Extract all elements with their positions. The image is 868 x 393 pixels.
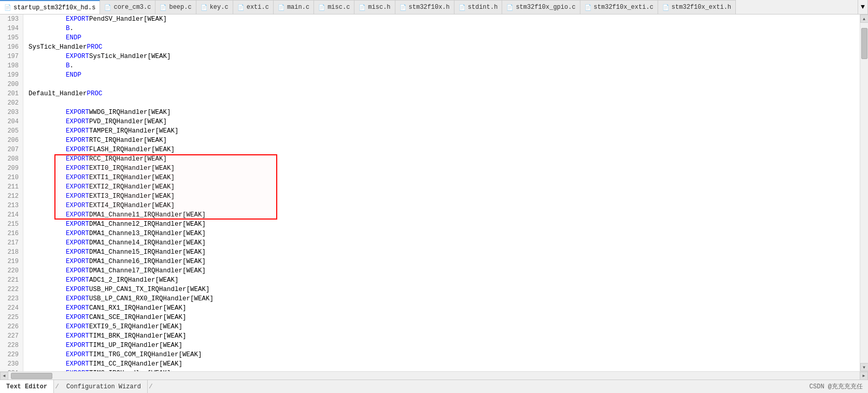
code-keyword: B	[66, 24, 70, 33]
code-label: SysTick_Handler	[29, 42, 87, 52]
table-row: EXPORT PVD_IRQHandler [WEAK]	[29, 117, 860, 126]
table-row: EXPORT EXTI2_IRQHandler [WEAK]	[29, 182, 860, 192]
table-row: EXPORT USB_HP_CAN1_TX_IRQHandler [WEAK]	[29, 285, 860, 294]
bottom-tab-text-editor-label: Text Editor	[6, 383, 47, 390]
code-keyword: ENDP	[66, 33, 81, 42]
horizontal-scrollbar[interactable]: ◀ ▶	[0, 371, 868, 380]
tab-stm32f10x_gpio_c[interactable]: 📄 stm32f10x_gpio.c	[502, 0, 580, 14]
file-icon: 📄	[585, 4, 592, 11]
scroll-up-arrow[interactable]: ▲	[860, 14, 869, 23]
code-tag: [WEAK]	[163, 313, 187, 322]
table-row: EXPORT FLASH_IRQHandler [WEAK]	[29, 145, 860, 154]
line-number: 229	[0, 350, 23, 359]
table-row	[29, 98, 860, 108]
table-row	[29, 80, 860, 89]
tab-label: stm32f10x_exti.c	[594, 4, 653, 11]
code-tag: [WEAK]	[159, 341, 182, 350]
code-keyword: EXPORT	[66, 313, 89, 322]
line-number: 217	[0, 238, 23, 248]
code-name: WWDG_IRQHandler	[89, 108, 148, 117]
code-proc: PROC	[87, 89, 103, 98]
line-number: 228	[0, 341, 23, 350]
table-row: EXPORT RCC_IRQHandler [WEAK]	[29, 154, 860, 164]
code-tag: [WEAK]	[151, 164, 175, 173]
line-number: 219	[0, 257, 23, 266]
line-number: 205	[0, 126, 23, 136]
code-tag: [WEAK]	[182, 257, 206, 266]
scroll-bottom-track[interactable]	[8, 372, 860, 380]
code-keyword: EXPORT	[66, 248, 89, 257]
scroll-down-arrow[interactable]: ▼	[860, 363, 869, 371]
scroll-left-arrow[interactable]: ◀	[0, 372, 8, 380]
code-name: SysTick_Handler	[89, 52, 148, 61]
table-row: EXPORT DMA1_Channel6_IRQHandler [WEAK]	[29, 257, 860, 266]
bottom-tab-bar: Text Editor / Configuration Wizard / CSD…	[0, 380, 868, 393]
file-icon: 📄	[506, 4, 514, 11]
code-tag: [WEAK]	[159, 359, 182, 369]
table-row: EXPORT WWDG_IRQHandler [WEAK]	[29, 108, 860, 117]
code-name: EXTI1_IRQHandler	[89, 173, 151, 182]
code-keyword: EXPORT	[66, 266, 89, 275]
line-number: 218	[0, 248, 23, 257]
table-row: ENDP	[29, 70, 860, 80]
tab-beep_c[interactable]: 📄 beep.c	[155, 0, 196, 14]
scroll-track[interactable]	[860, 23, 868, 363]
tab-stm32f10x_exti_c[interactable]: 📄 stm32f10x_exti.c	[580, 0, 658, 14]
tab-stm32f10x_h[interactable]: 📄 stm32f10x.h	[395, 0, 454, 14]
code-name: .	[70, 61, 74, 70]
line-number: 216	[0, 229, 23, 238]
tab-core_cm3_c[interactable]: 📄 core_cm3.c	[100, 0, 155, 14]
tab-stdint_h[interactable]: 📄 stdint.h	[454, 0, 503, 14]
line-number: 225	[0, 313, 23, 322]
bottom-tab-text-editor[interactable]: Text Editor	[0, 380, 54, 393]
code-tag: [WEAK]	[182, 229, 206, 238]
file-icon: 📄	[237, 4, 245, 11]
scroll-thumb[interactable]	[861, 28, 867, 59]
tab-label: stm32f10x_gpio.c	[516, 4, 575, 11]
line-number: 196	[0, 42, 23, 52]
tab-misc_h[interactable]: 📄 misc.h	[354, 0, 395, 14]
code-name: TAMPER_IRQHandler	[89, 126, 155, 136]
code-name: TIM2_IRQHandler	[89, 369, 148, 371]
code-keyword: EXPORT	[66, 210, 89, 220]
scroll-right-arrow[interactable]: ▶	[860, 372, 868, 380]
tab-stm32f10x_exti_h[interactable]: 📄 stm32f10x_exti.h	[658, 0, 736, 14]
scroll-bottom-thumb[interactable]	[11, 373, 52, 379]
vertical-scrollbar[interactable]: ▲ ▼	[860, 14, 868, 371]
tab-startup_stm32f10x_hd_s[interactable]: 📄 startup_stm32f10x_hd.s	[0, 0, 100, 14]
bottom-tab-configuration-wizard[interactable]: Configuration Wizard	[60, 380, 148, 393]
file-icon: 📄	[278, 4, 285, 11]
file-icon: 📄	[104, 4, 111, 11]
tab-label: misc.h	[368, 4, 390, 11]
line-number: 227	[0, 331, 23, 341]
code-label: Default_Handler	[29, 89, 87, 98]
code-tag: [WEAK]	[148, 369, 171, 371]
line-number: 224	[0, 303, 23, 313]
code-name: PendSV_Handler	[89, 14, 144, 24]
tab-misc_c[interactable]: 📄 misc.c	[314, 0, 354, 14]
tab-main_c[interactable]: 📄 main.c	[274, 0, 314, 14]
file-icon: 📄	[4, 4, 11, 11]
code-tag: [WEAK]	[179, 350, 202, 359]
tab-label: misc.c	[328, 4, 350, 11]
table-row: EXPORT TAMPER_IRQHandler [WEAK]	[29, 126, 860, 136]
table-row: EXPORT TIM1_UP_IRQHandler [WEAK]	[29, 341, 860, 350]
code-tag: [WEAK]	[144, 14, 167, 24]
table-row: ENDP	[29, 33, 860, 42]
code-keyword: EXPORT	[66, 14, 89, 24]
code-name: TIM1_BRK_IRQHandler	[89, 331, 163, 341]
table-row: EXPORT EXTI9_5_IRQHandler [WEAK]	[29, 322, 860, 331]
tab-overflow-button[interactable]: ▼	[858, 0, 868, 14]
code-content[interactable]: EXPORT PendSV_Handler [WEAK]B .ENDPSysTi…	[23, 14, 860, 371]
line-number: 222	[0, 285, 23, 294]
table-row: EXPORT TIM1_TRG_COM_IRQHandler [WEAK]	[29, 350, 860, 359]
tab-label: stm32f10x.h	[409, 4, 450, 11]
tab-exti_c[interactable]: 📄 exti.c	[233, 0, 274, 14]
line-number: 223	[0, 294, 23, 303]
code-keyword: EXPORT	[66, 52, 89, 61]
code-name: CAN1_SCE_IRQHandler	[89, 313, 163, 322]
table-row: EXPORT ADC1_2_IRQHandler [WEAK]	[29, 275, 860, 285]
file-icon: 📄	[201, 4, 208, 11]
tab-key_c[interactable]: 📄 key.c	[196, 0, 233, 14]
code-name: DMA1_Channel3_IRQHandler	[89, 229, 182, 238]
